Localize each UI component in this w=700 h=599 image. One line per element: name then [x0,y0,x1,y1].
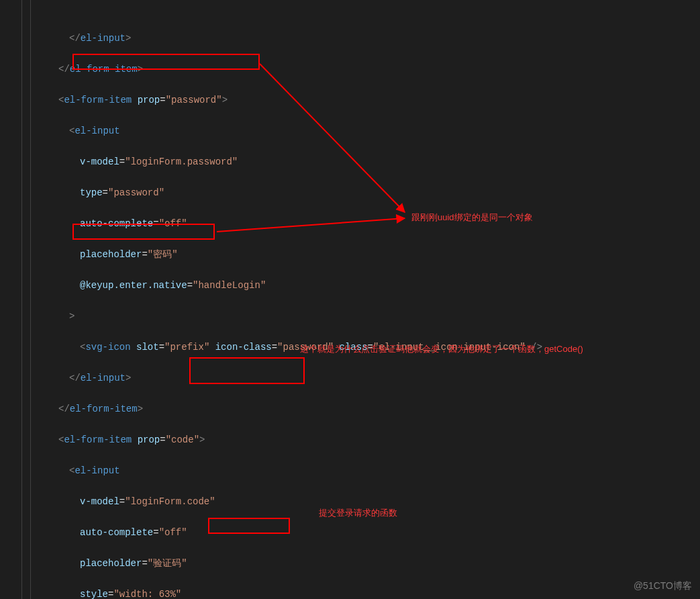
code-line[interactable]: auto-complete="off" [37,216,700,232]
code-line[interactable]: <el-input [37,463,700,479]
code-line[interactable]: auto-complete="off" [37,525,700,541]
code-line[interactable]: placeholder="验证码" [37,556,700,571]
code-line[interactable]: placeholder="密码" [37,247,700,263]
annotation-handlelogin: 提交登录请求的函数 [319,505,397,520]
code-line[interactable]: </el-input> [37,31,700,46]
code-line[interactable]: <el-form-item prop="code"> [37,432,700,448]
annotation-getcode: 这个就是为什么点击验证码他就会变，因为他绑定了一个函数，getCode() [300,341,583,357]
code-line[interactable]: @keyup.enter.native="handleLogin" [37,278,700,293]
code-line[interactable]: v-model="loginForm.password" [37,154,700,170]
watermark: @51CTO博客 [634,578,692,594]
code-line[interactable]: > [37,309,700,324]
code-line[interactable]: <el-form-item prop="password"> [37,93,700,108]
annotation-uuid: 跟刚刚uuid绑定的是同一个对象 [411,210,533,225]
code-line[interactable]: </el-form-item> [37,402,700,417]
gutter [0,0,37,599]
code-line[interactable]: style="width: 63%" [37,587,700,599]
code-line[interactable]: </el-form-item> [37,62,700,77]
code-line[interactable]: type="password" [37,185,700,201]
code-line[interactable]: <el-input [37,124,700,139]
code-editor[interactable]: </el-input> </el-form-item> <el-form-ite… [0,0,700,599]
code-area[interactable]: </el-input> </el-form-item> <el-form-ite… [37,0,700,599]
code-line[interactable]: </el-input> [37,371,700,386]
